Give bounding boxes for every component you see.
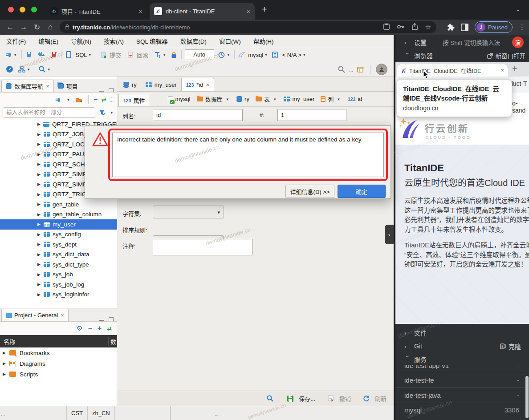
expand-arrow-icon[interactable]: ▶ <box>3 361 6 366</box>
expand-arrow-icon[interactable]: ▶ <box>37 212 41 217</box>
table-tree-item[interactable]: ▶ sys_config <box>0 230 117 240</box>
expand-arrow-icon[interactable]: ▶ <box>37 192 41 197</box>
column-data-header[interactable]: 数 <box>108 337 116 346</box>
expand-arrow-icon[interactable]: ▶ <box>37 292 41 297</box>
ordinal-input[interactable] <box>277 109 346 121</box>
browser-section-row[interactable]: › 浏览器 新窗口打开 <box>395 49 529 62</box>
connection-dropdown-icon[interactable]: ▾ <box>265 52 267 57</box>
reload-icon[interactable]: ↻ <box>30 23 44 32</box>
tab-project-general[interactable]: Project - General × <box>1 309 69 321</box>
table-tree-item[interactable]: ▶ gen_table_column <box>0 210 117 220</box>
tab-search-chevron-icon[interactable]: ⌄ <box>516 6 520 12</box>
expand-arrow-icon[interactable]: ▶ <box>37 122 41 126</box>
menu-item[interactable]: 窗口(W) <box>219 36 241 45</box>
table-tree-item[interactable]: ▶ sys_job_log <box>0 279 117 290</box>
column-name-input[interactable] <box>153 109 243 121</box>
statusbar-drag-handle[interactable]: ⋮⋮ <box>2 409 4 418</box>
git-section-row[interactable]: › Git 克隆 <box>395 339 529 353</box>
breadcrumb-columns[interactable]: 列▾ <box>321 95 342 103</box>
expand-arrow-icon[interactable]: ▶ <box>37 272 41 277</box>
commit-button[interactable]: 提交 <box>110 51 121 59</box>
profile-button[interactable]: J Paused <box>475 21 513 33</box>
sql-button-label[interactable]: SQL <box>76 52 87 58</box>
table-tree-item[interactable]: ▶ sys_dict_data <box>0 250 117 260</box>
expand-arrow-icon[interactable]: ▶ <box>37 282 41 287</box>
table-tree-item[interactable]: ▶ my_user <box>0 219 117 230</box>
undo-button[interactable]: 撤销 <box>339 394 351 403</box>
embedded-browser-tab[interactable]: TitanIDE_CloudIDE_在线IDE_ × <box>397 64 508 77</box>
collapse-all-icon[interactable]: − <box>88 324 92 332</box>
menu-item[interactable]: SQL 编辑器 <box>136 36 168 45</box>
maximize-panel-icon[interactable] <box>109 88 114 92</box>
menu-item[interactable]: 帮助(H) <box>253 36 274 45</box>
files-section-row[interactable]: › 文件 <box>395 326 529 339</box>
new-tab-button[interactable]: + <box>262 4 267 15</box>
breadcrumb-connection[interactable]: mysql <box>168 96 191 102</box>
close-tab-icon[interactable]: × <box>246 8 250 15</box>
address-bar[interactable]: try.titanide.cn/ide/web/coding/db-client… <box>60 21 436 33</box>
new-connection-icon[interactable] <box>4 51 12 59</box>
filter-dropdown-icon[interactable]: ▾ <box>110 110 113 115</box>
project-list-item[interactable]: ▶ Scripts <box>0 369 117 380</box>
details-button[interactable]: 详细信息(D) >> <box>285 185 334 198</box>
side-panel-icon[interactable] <box>461 24 468 31</box>
service-row[interactable]: ide-test-java - <box>395 388 529 403</box>
reconnect-icon[interactable] <box>37 51 45 59</box>
table-tree-item[interactable]: ▶ sys_logininfor <box>0 290 117 300</box>
rollback-button[interactable]: 回滚 <box>137 51 148 59</box>
share-icon[interactable] <box>412 23 418 30</box>
open-new-window-button[interactable]: 新窗口打开 <box>487 51 526 60</box>
tab-database-ry[interactable]: ry <box>119 78 141 91</box>
back-icon[interactable]: ← <box>4 23 17 32</box>
bookmark-star-icon[interactable]: ☆ <box>425 23 431 31</box>
refresh-button[interactable]: 刷新 <box>375 394 387 403</box>
filter-funnel-icon[interactable] <box>98 109 106 117</box>
home-icon[interactable]: ⌂ <box>44 23 57 32</box>
search-icon[interactable] <box>266 395 274 403</box>
minimize-panel-icon[interactable] <box>99 91 104 92</box>
expand-arrow-icon[interactable]: ▶ <box>37 222 41 226</box>
charset-select[interactable] <box>153 206 224 218</box>
column-name-header[interactable]: 名称 <box>0 337 108 346</box>
expand-arrow-icon[interactable]: ▶ <box>37 142 41 146</box>
new-window-layout-icon[interactable] <box>357 65 365 73</box>
commit-mode-select[interactable]: Auto <box>185 49 214 60</box>
table-tree-item[interactable]: ▶ sys_job <box>0 270 117 280</box>
close-tab-icon[interactable]: × <box>501 67 504 73</box>
breadcrumb-column-id[interactable]: 123 id <box>348 96 362 102</box>
connection-dropdown-icon[interactable]: ▾ <box>67 97 69 102</box>
sql-editor-icon[interactable] <box>65 51 73 59</box>
browser-tab-dbclient[interactable]: db-client - TitanIDE × <box>150 3 255 20</box>
network-topology-icon[interactable] <box>18 65 26 73</box>
password-key-icon[interactable] <box>397 24 404 29</box>
collapse-all-icon[interactable]: − <box>94 96 98 104</box>
menu-item[interactable]: 编辑(E) <box>38 36 58 45</box>
settings-section-row[interactable]: › 设置 按 Shift 键切换输入法 演 <box>395 36 529 49</box>
forward-icon[interactable]: → <box>17 23 30 32</box>
schema-select[interactable]: < N/A > <box>282 52 301 58</box>
tab-column-id[interactable]: 123 *id × <box>181 78 214 91</box>
close-tab-icon[interactable]: × <box>46 83 49 89</box>
git-clone-button[interactable]: 克隆 <box>500 342 521 351</box>
breadcrumb-table-my-user[interactable]: my_user <box>284 96 314 102</box>
expand-all-icon[interactable]: + <box>98 324 102 332</box>
expand-arrow-icon[interactable]: ▶ <box>3 372 6 376</box>
expand-arrow-icon[interactable]: ▶ <box>37 252 41 257</box>
browser-tab-project[interactable]: ‹t› 项目 - TitanIDE × <box>45 3 147 20</box>
panel-expander-handle[interactable]: › <box>385 225 394 244</box>
disconnect-icon[interactable] <box>50 51 58 59</box>
ime-demo-badge[interactable]: 演 <box>512 36 524 48</box>
table-filter-input[interactable] <box>3 107 95 118</box>
settings-gear-icon[interactable]: ⚙ <box>77 324 82 332</box>
table-tree-item[interactable]: ▶ sys_dict_type <box>0 259 117 270</box>
service-row[interactable]: ide-test-fe - <box>395 373 529 388</box>
toolbar-drag-handle[interactable]: ⋮⋮ <box>350 65 352 74</box>
schema-dropdown-icon[interactable]: ▾ <box>303 52 305 57</box>
menu-item[interactable]: 搜索(A) <box>104 36 124 45</box>
statusbar-drag-handle[interactable]: ⋮⋮ <box>216 409 218 418</box>
kebab-menu-icon[interactable]: ⋮ <box>519 23 525 31</box>
minimize-panel-icon[interactable] <box>99 320 104 321</box>
transaction-log-icon[interactable] <box>154 51 162 59</box>
user-avatar-icon[interactable] <box>376 64 387 75</box>
expand-arrow-icon[interactable]: ▶ <box>37 262 41 267</box>
